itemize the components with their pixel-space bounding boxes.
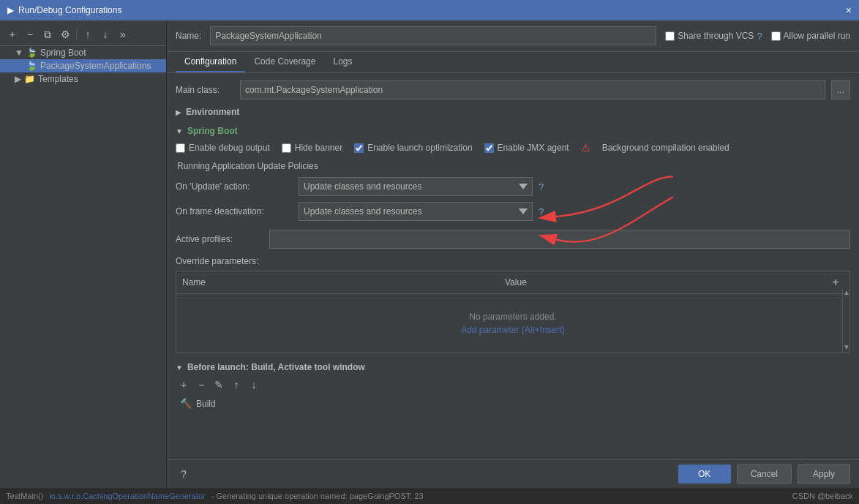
on-frame-help-icon[interactable]: ? <box>539 206 544 217</box>
status-right: CSDN @beiback <box>792 492 853 500</box>
allow-parallel-option: Allow parallel run <box>771 31 850 41</box>
jmx-label: Enable JMX agent <box>498 143 569 153</box>
main-class-label: Main class: <box>176 85 234 95</box>
environment-header[interactable]: ▶ Environment <box>176 107 850 117</box>
collapse-icon: ▼ <box>15 48 23 58</box>
params-table-header: Name Value + <box>176 271 849 294</box>
copy-config-button[interactable]: ⧉ <box>40 26 56 42</box>
browse-button[interactable]: ... <box>831 80 850 99</box>
status-test-main: TestMain() <box>6 492 43 500</box>
ok-button[interactable]: OK <box>678 464 731 484</box>
title-bar-left: ▶ Run/Debug Configurations <box>7 5 121 15</box>
expand-icon: ▶ <box>15 74 21 84</box>
tabs-bar: Configuration Code Coverage Logs <box>167 52 859 73</box>
move-up-button[interactable]: ↑ <box>80 26 96 42</box>
hide-banner-option[interactable]: Hide banner <box>282 143 342 153</box>
before-launch-header[interactable]: ▼ Before launch: Build, Activate tool wi… <box>176 362 850 372</box>
launch-opt-option[interactable]: Enable launch optimization <box>354 143 472 153</box>
sidebar-item-application[interactable]: 🍃 PackageSystemApplications <box>0 59 166 72</box>
config-tree: ▼ 🍃 Spring Boot 🍃 PackageSystemApplicati… <box>0 46 166 86</box>
apply-button[interactable]: Apply <box>798 464 850 484</box>
tab-configuration[interactable]: Configuration <box>176 52 245 72</box>
spring-options-row: Enable debug output Hide banner Enable l… <box>176 142 850 154</box>
on-update-select[interactable]: Update classes and resources <box>299 177 533 196</box>
warning-icon: ⚠ <box>581 142 590 154</box>
dialog-inner: + − ⧉ ⚙ ↑ ↓ » ▼ 🍃 Spring Boot <box>0 20 859 488</box>
cancel-button[interactable]: Cancel <box>737 464 792 484</box>
dialog-icon: ▶ <box>7 5 14 15</box>
profiles-label: Active profiles: <box>176 234 263 244</box>
status-link[interactable]: io.s.w.r.o.CachingOperationNameGenerator <box>49 492 205 500</box>
share-vcs-label: Share through VCS <box>678 31 754 41</box>
on-frame-select-wrapper: Update classes and resources <box>299 202 533 221</box>
params-table-wrapper: Name Value + No parameters added. Add pa… <box>176 271 850 353</box>
jmx-option[interactable]: Enable JMX agent <box>484 143 569 153</box>
build-icon: 🔨 <box>180 398 192 409</box>
on-frame-label: On frame deactivation: <box>176 206 293 217</box>
add-param-button[interactable]: + <box>828 274 844 290</box>
tab-logs[interactable]: Logs <box>324 52 361 72</box>
title-bar: ▶ Run/Debug Configurations × <box>0 0 859 20</box>
jmx-checkbox[interactable] <box>484 143 494 153</box>
on-update-row: On 'Update' action: Update classes and r… <box>176 177 850 196</box>
move-down-button[interactable]: ↓ <box>97 26 113 42</box>
settings-button[interactable]: ⚙ <box>57 26 73 42</box>
share-question-icon[interactable]: ? <box>757 31 762 42</box>
share-vcs-option: Share through VCS ? <box>665 31 762 42</box>
edit-launch-button[interactable]: ✎ <box>211 377 227 393</box>
add-param-link[interactable]: Add parameter (Alt+Insert) <box>461 325 565 335</box>
sidebar-item-spring-boot[interactable]: ▼ 🍃 Spring Boot <box>0 46 166 59</box>
on-update-help-icon[interactable]: ? <box>539 181 544 192</box>
profiles-input[interactable] <box>269 230 850 249</box>
hide-banner-checkbox[interactable] <box>282 143 291 153</box>
bg-compilation-label: Background compilation enabled <box>602 143 729 153</box>
spring-boot-header[interactable]: ▼ Spring Boot <box>176 126 850 136</box>
active-profiles-row: Active profiles: <box>176 230 850 249</box>
spring-expand-icon: ▼ <box>176 127 183 135</box>
params-value-header: Value <box>505 277 828 287</box>
bottom-bar: ? OK Cancel Apply <box>167 459 859 488</box>
launch-down-button[interactable]: ↓ <box>246 377 262 393</box>
name-input[interactable] <box>210 26 656 45</box>
left-panel: + − ⧉ ⚙ ↑ ↓ » ▼ 🍃 Spring Boot <box>0 20 167 488</box>
add-config-button[interactable]: + <box>4 26 20 42</box>
add-launch-button[interactable]: + <box>176 377 192 393</box>
remove-config-button[interactable]: − <box>22 26 38 42</box>
scroll-up-arrow[interactable]: ▲ <box>843 287 849 298</box>
remove-launch-button[interactable]: − <box>193 377 209 393</box>
right-panel: Name: Share through VCS ? Allow parallel… <box>167 20 859 488</box>
config-content: Main class: ... ▶ Environment <box>167 73 859 459</box>
scroll-down-arrow[interactable]: ▼ <box>843 342 849 353</box>
environment-section: ▶ Environment <box>176 107 850 117</box>
table-scrollbar: ▲ ▼ <box>842 287 849 353</box>
main-class-input[interactable] <box>240 80 825 99</box>
launch-opt-checkbox[interactable] <box>354 143 364 153</box>
dialog-body: + − ⧉ ⚙ ↑ ↓ » ▼ 🍃 Spring Boot <box>0 20 859 488</box>
on-frame-row: On frame deactivation: Update classes an… <box>176 202 850 221</box>
application-label: PackageSystemApplications <box>40 61 151 71</box>
policies-title: Running Application Update Policies <box>176 161 850 171</box>
hide-banner-label: Hide banner <box>295 143 342 153</box>
help-button[interactable]: ? <box>176 466 192 482</box>
spring-boot-group-label: Spring Boot <box>40 48 86 58</box>
environment-title: Environment <box>186 107 239 117</box>
config-header: Name: Share through VCS ? Allow parallel… <box>167 20 859 52</box>
allow-parallel-checkbox[interactable] <box>771 31 781 41</box>
params-name-header: Name <box>182 277 505 287</box>
more-button[interactable]: » <box>115 26 131 42</box>
close-button[interactable]: × <box>846 4 852 16</box>
debug-option[interactable]: Enable debug output <box>176 143 270 153</box>
status-bar: TestMain() io.s.w.r.o.CachingOperationNa… <box>0 488 859 504</box>
debug-checkbox[interactable] <box>176 143 185 153</box>
templates-icon: 📁 <box>24 74 35 84</box>
tab-code-coverage[interactable]: Code Coverage <box>245 52 324 72</box>
spring-boot-icon: 🍃 <box>26 48 37 58</box>
launch-up-button[interactable]: ↑ <box>228 377 244 393</box>
no-params-text: No parameters added. <box>469 312 556 322</box>
on-frame-select[interactable]: Update classes and resources <box>299 202 533 221</box>
before-launch-expand-icon: ▼ <box>176 364 183 372</box>
templates-label: Templates <box>38 74 78 84</box>
allow-parallel-label: Allow parallel run <box>784 31 850 41</box>
sidebar-item-templates[interactable]: ▶ 📁 Templates <box>0 72 166 86</box>
share-vcs-checkbox[interactable] <box>665 31 675 41</box>
